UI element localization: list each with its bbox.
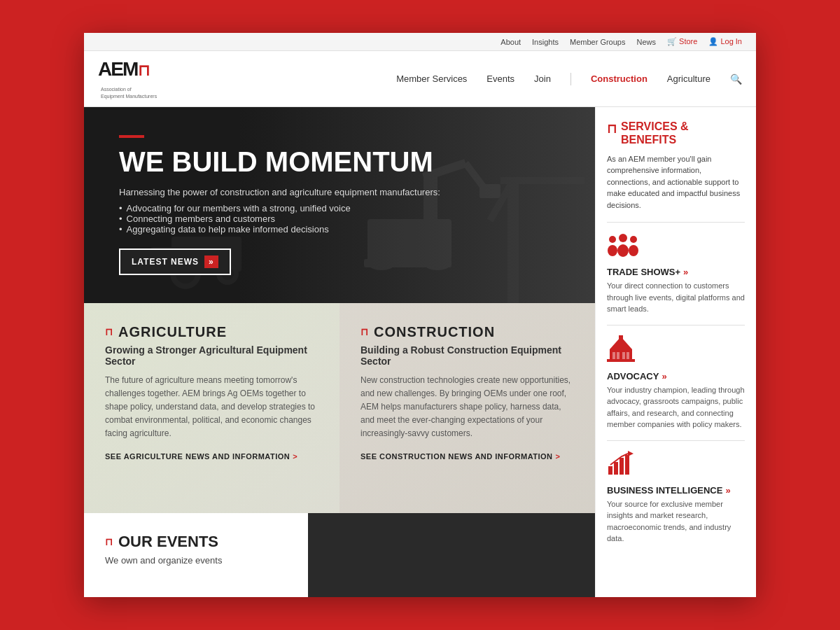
trade-shows-arrow: »: [683, 267, 688, 277]
hero-content: WE BUILD MOMENTUM Harnessing the power o…: [84, 107, 475, 303]
construction-icon: ⊓: [360, 326, 368, 337]
svg-rect-9: [500, 177, 584, 184]
sectors-section: ⊓ AGRICULTURE Growing a Stronger Agricul…: [84, 303, 595, 513]
svg-point-19: [619, 234, 627, 242]
business-intelligence-text: Your source for exclusive member insight…: [607, 498, 745, 545]
hero-title: WE BUILD MOMENTUM: [119, 146, 440, 177]
cart-icon: 🛒: [667, 37, 677, 46]
bi-svg: [607, 451, 634, 476]
sidebar-divider-1: [607, 222, 745, 223]
sidebar-divider-2: [607, 325, 745, 326]
advocacy-text: Your industry champion, leading through …: [607, 384, 745, 430]
sidebar-description: As an AEM member you'll gain comprehensi…: [607, 153, 745, 211]
nav-links: Member Services Events Join Construction…: [396, 73, 742, 85]
hero-accent-bar: [119, 135, 144, 138]
trade-shows-item: TRADE SHOWS+ » Your direct connection to…: [607, 232, 745, 315]
construction-nav[interactable]: Construction: [591, 74, 648, 84]
bi-arrow: »: [725, 485, 730, 496]
events-right: [308, 513, 595, 597]
advocacy-title[interactable]: ADVOCACY »: [607, 371, 745, 382]
sidebar-divider-3: [607, 440, 745, 441]
sidebar-title: ⊓ SERVICES & BENEFITS: [607, 120, 745, 146]
nav-divider: [570, 73, 571, 85]
business-intelligence-item: BUSINESS INTELLIGENCE » Your source for …: [607, 451, 745, 545]
agriculture-card: ⊓ AGRICULTURE Growing a Stronger Agricul…: [84, 303, 340, 513]
svg-point-18: [608, 245, 617, 256]
svg-rect-27: [626, 352, 629, 359]
events-title: OUR EVENTS: [118, 533, 218, 551]
agriculture-nav[interactable]: Agriculture: [667, 74, 710, 84]
main-navigation: AEM ⊓ Association of Equipment Manufactu…: [84, 51, 756, 106]
agriculture-text: The future of agriculture means meeting …: [105, 374, 318, 441]
events-icon: ⊓: [105, 536, 113, 547]
utility-bar: About Insights Member Groups News 🛒 Stor…: [84, 33, 756, 51]
trade-shows-svg: [607, 232, 639, 258]
svg-rect-33: [614, 462, 618, 475]
svg-rect-8: [507, 177, 519, 303]
advocacy-svg: [607, 335, 635, 362]
construction-title: CONSTRUCTION: [374, 324, 495, 340]
events-nav[interactable]: Events: [486, 74, 514, 84]
svg-point-20: [617, 244, 629, 257]
svg-rect-35: [625, 455, 629, 475]
svg-rect-25: [617, 352, 620, 359]
svg-point-17: [609, 236, 616, 243]
events-left: ⊓ OUR EVENTS We own and organize events: [84, 513, 308, 597]
agriculture-link[interactable]: SEE AGRICULTURE NEWS AND INFORMATION >: [105, 452, 318, 461]
trade-shows-title[interactable]: TRADE SHOWS+ »: [607, 267, 745, 277]
hero-bullets: Advocating for our members with a strong…: [119, 203, 440, 234]
advocacy-arrow: »: [662, 371, 666, 382]
construction-link-arrow: >: [556, 452, 561, 461]
agriculture-icon: ⊓: [105, 326, 113, 337]
advocacy-icon: [607, 335, 745, 367]
member-services-nav[interactable]: Member Services: [396, 74, 467, 84]
construction-card: ⊓ CONSTRUCTION Building a Robust Constru…: [340, 303, 595, 513]
logo-subtitle: Association of Equipment Manufacturers: [101, 86, 157, 99]
agriculture-title: AGRICULTURE: [118, 324, 227, 340]
store-link[interactable]: 🛒 Store: [667, 37, 697, 46]
insights-link[interactable]: Insights: [532, 38, 559, 46]
agriculture-header: ⊓ AGRICULTURE: [105, 324, 318, 340]
construction-link[interactable]: SEE CONSTRUCTION NEWS AND INFORMATION >: [360, 452, 574, 461]
agriculture-subtitle: Growing a Stronger Agricultural Equipmen…: [105, 344, 318, 367]
events-section: ⊓ OUR EVENTS We own and organize events: [84, 513, 595, 597]
advocacy-item: ADVOCACY » Your industry champion, leadi…: [607, 335, 745, 430]
login-link[interactable]: 👤 Log In: [708, 37, 742, 46]
construction-subtitle: Building a Robust Construction Equipment…: [360, 344, 574, 367]
logo[interactable]: AEM ⊓ Association of Equipment Manufactu…: [98, 58, 157, 99]
agriculture-link-arrow: >: [293, 452, 298, 461]
news-link[interactable]: News: [636, 38, 656, 46]
business-intelligence-title[interactable]: BUSINESS INTELLIGENCE »: [607, 485, 745, 496]
svg-rect-31: [607, 359, 635, 362]
events-header: ⊓ OUR EVENTS: [105, 533, 287, 551]
svg-point-21: [630, 236, 637, 243]
svg-rect-26: [622, 352, 625, 359]
search-icon[interactable]: 🔍: [730, 74, 742, 85]
business-intelligence-icon: [607, 451, 745, 481]
main-content: WE BUILD MOMENTUM Harnessing the power o…: [84, 107, 595, 597]
logo-icon: ⊓: [138, 62, 150, 80]
svg-marker-36: [628, 451, 634, 456]
svg-rect-24: [612, 352, 615, 359]
hero-bullet-2: Connecting members and customers: [119, 214, 440, 224]
browser-window: About Insights Member Groups News 🛒 Stor…: [84, 33, 756, 596]
sidebar-heading: SERVICES & BENEFITS: [621, 120, 689, 146]
join-nav[interactable]: Join: [534, 74, 551, 84]
events-subtitle: We own and organize events: [105, 555, 287, 566]
sidebar-title-icon: ⊓: [607, 121, 617, 136]
hero-section: WE BUILD MOMENTUM Harnessing the power o…: [84, 107, 595, 303]
logo-text: AEM: [98, 58, 137, 80]
user-icon: 👤: [708, 37, 718, 46]
member-groups-link[interactable]: Member Groups: [570, 38, 625, 46]
button-arrow-icon: »: [204, 255, 218, 268]
construction-text: New construction technologies create new…: [360, 374, 574, 441]
trade-shows-icon: [607, 232, 745, 262]
about-link[interactable]: About: [500, 38, 521, 46]
hero-bullet-1: Advocating for our members with a strong…: [119, 203, 440, 214]
right-sidebar: ⊓ SERVICES & BENEFITS As an AEM member y…: [595, 107, 756, 597]
latest-news-button[interactable]: LATEST NEWS »: [119, 248, 231, 275]
construction-header: ⊓ CONSTRUCTION: [360, 324, 574, 340]
trade-shows-text: Your direct connection to customers thro…: [607, 280, 745, 315]
svg-rect-32: [608, 466, 612, 475]
svg-rect-4: [479, 184, 500, 198]
